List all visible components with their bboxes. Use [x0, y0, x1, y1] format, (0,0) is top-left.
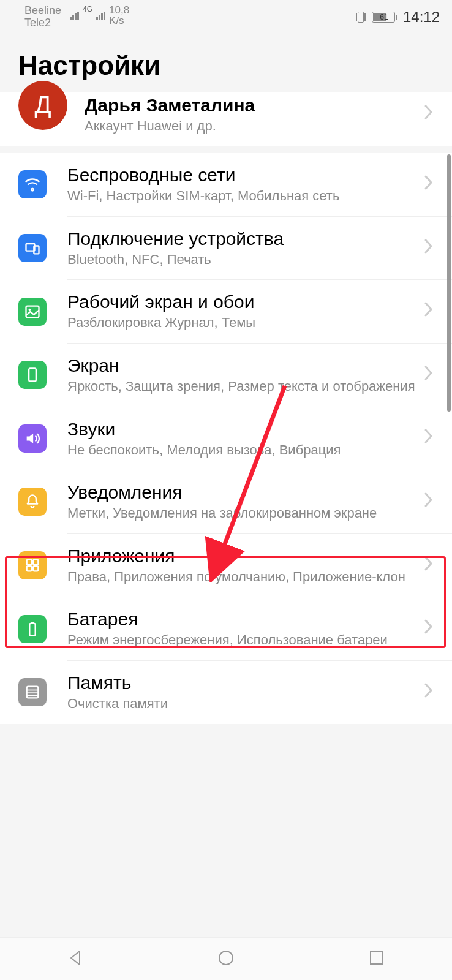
item-title: Приложения	[67, 545, 416, 567]
svg-rect-9	[29, 623, 35, 635]
item-title: Уведомления	[67, 481, 416, 503]
page-title: Настройки	[0, 32, 452, 92]
account-sub: Аккаунт Huawei и др.	[85, 118, 416, 135]
svg-rect-10	[31, 622, 34, 623]
item-sub: Очистка памяти	[67, 695, 416, 713]
chevron-right-icon	[424, 173, 434, 196]
item-title: Память	[67, 672, 416, 694]
status-time: 14:12	[403, 9, 440, 26]
settings-item-device-connection[interactable]: Подключение устройства Bluetooth, NFC, П…	[0, 217, 452, 280]
item-sub: Яркость, Защита зрения, Размер текста и …	[67, 378, 416, 396]
status-bar: Beeline Tele2 4G 10,8 K/s 61	[0, 0, 452, 32]
settings-item-display[interactable]: Экран Яркость, Защита зрения, Размер тек…	[0, 344, 452, 407]
chevron-right-icon	[424, 617, 434, 640]
storage-icon	[18, 678, 47, 706]
scroll-indicator[interactable]	[447, 154, 451, 412]
account-name: Дарья Заметалина	[85, 94, 416, 116]
settings-item-apps[interactable]: Приложения Права, Приложения по умолчани…	[0, 534, 452, 597]
vibrate-icon	[356, 12, 366, 23]
settings-item-notifications[interactable]: Уведомления Метки, Уведомления на заблок…	[0, 470, 452, 533]
item-title: Беспроводные сети	[67, 164, 416, 186]
svg-rect-4	[29, 369, 36, 382]
battery-icon	[18, 615, 47, 643]
bell-icon	[18, 488, 47, 516]
carrier-2: Tele2	[24, 17, 61, 29]
settings-item-home-screen[interactable]: Рабочий экран и обои Разблокировка Журна…	[0, 280, 452, 343]
signal-icon-1	[70, 11, 79, 20]
svg-rect-7	[27, 566, 32, 571]
nav-home-button[interactable]	[217, 949, 235, 970]
wifi-icon	[18, 170, 47, 198]
speed-unit: K/s	[109, 15, 129, 26]
navigation-bar	[0, 937, 452, 980]
avatar: Д	[18, 81, 67, 130]
chevron-right-icon	[424, 554, 434, 577]
item-sub: Не беспокоить, Мелодия вызова, Вибрация	[67, 442, 416, 459]
item-sub: Bluetooth, NFC, Печать	[67, 251, 416, 269]
svg-rect-5	[27, 560, 32, 565]
item-title: Звуки	[67, 418, 416, 440]
chevron-right-icon	[424, 427, 434, 450]
carrier-1: Beeline	[24, 5, 61, 17]
svg-rect-17	[371, 952, 383, 964]
battery-icon: 61	[372, 12, 397, 23]
network-type: 4G	[83, 5, 92, 13]
svg-point-3	[29, 308, 31, 311]
item-sub: Права, Приложения по умолчанию, Приложен…	[67, 568, 416, 586]
signal-icon-2	[96, 11, 105, 20]
svg-point-16	[219, 951, 233, 965]
chevron-right-icon	[424, 237, 434, 260]
nav-recent-button[interactable]	[367, 949, 386, 970]
sound-icon	[18, 424, 47, 453]
item-title: Подключение устройства	[67, 228, 416, 250]
settings-item-wireless[interactable]: Беспроводные сети Wi-Fi, Настройки SIM-к…	[0, 153, 452, 216]
settings-item-sounds[interactable]: Звуки Не беспокоить, Мелодия вызова, Виб…	[0, 407, 452, 470]
display-icon	[18, 361, 47, 389]
image-icon	[18, 298, 47, 326]
svg-rect-8	[33, 566, 38, 571]
nav-back-button[interactable]	[66, 949, 85, 970]
item-sub: Метки, Уведомления на заблокированном эк…	[67, 505, 416, 522]
chevron-right-icon	[424, 364, 434, 386]
item-title: Экран	[67, 355, 416, 377]
device-connection-icon	[18, 234, 47, 262]
settings-item-battery[interactable]: Батарея Режим энергосбережения, Использо…	[0, 597, 452, 660]
item-sub: Режим энергосбережения, Использование ба…	[67, 631, 416, 649]
settings-item-storage[interactable]: Память Очистка памяти	[0, 661, 452, 724]
item-sub: Разблокировка Журнал, Темы	[67, 314, 416, 332]
item-sub: Wi-Fi, Настройки SIM-карт, Мобильная сет…	[67, 187, 416, 205]
speed-value: 10,8	[109, 5, 129, 15]
item-title: Рабочий экран и обои	[67, 291, 416, 313]
svg-rect-6	[33, 560, 38, 565]
chevron-right-icon	[424, 681, 434, 704]
chevron-right-icon	[424, 300, 434, 323]
chevron-right-icon	[424, 491, 434, 513]
item-title: Батарея	[67, 608, 416, 630]
apps-icon	[18, 551, 47, 579]
chevron-right-icon	[424, 103, 434, 126]
account-item[interactable]: Д Дарья Заметалина Аккаунт Huawei и др.	[0, 92, 452, 146]
